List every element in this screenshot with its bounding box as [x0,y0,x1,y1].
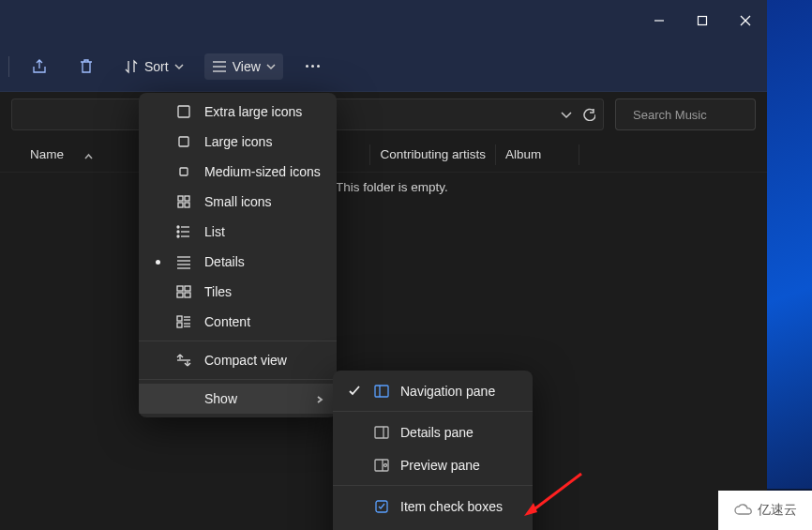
sort-caret-up-icon [84,150,93,159]
menu-item-tiles[interactable]: Tiles [139,277,337,307]
column-name-label: Name [30,147,64,161]
menu-divider [333,411,533,412]
share-icon [31,58,48,75]
svg-rect-29 [185,293,190,297]
share-button[interactable] [23,50,56,83]
svg-rect-27 [185,286,190,291]
large-icons-icon [176,134,191,149]
cloud-icon [733,503,754,518]
view-icon [212,59,227,74]
menu-item-extra-large-icons[interactable]: Extra large icons [139,97,337,127]
submenu-item-item-check-boxes[interactable]: Item check boxes [333,490,533,522]
minimize-button[interactable] [638,6,681,36]
svg-rect-30 [177,316,182,321]
sort-label: Sort [144,59,169,74]
tiles-icon [176,284,191,299]
svg-rect-9 [178,106,189,117]
empty-folder-message: This folder is empty. [336,180,448,194]
checkboxes-icon [374,499,389,514]
menu-item-list[interactable]: List [139,217,337,247]
sort-button[interactable]: Sort [116,53,191,80]
svg-rect-33 [177,323,182,327]
menu-item-large-icons[interactable]: Large icons [139,127,337,157]
column-album[interactable]: Album [495,144,579,165]
search-input[interactable] [633,108,790,122]
watermark: 亿速云 [718,491,812,530]
search-box[interactable] [615,98,756,130]
show-submenu: Navigation pane Details pane Preview pan… [333,371,533,530]
dot-icon [306,65,308,68]
medium-icons-icon [176,164,191,179]
maximize-button[interactable] [681,6,724,36]
svg-point-49 [384,463,387,466]
svg-rect-43 [375,386,388,397]
maximize-icon [697,15,708,26]
sort-icon [124,59,139,74]
compact-view-icon [176,353,191,368]
titlebar [0,0,767,41]
navigation-pane-icon [374,384,389,399]
column-contributing-artists[interactable]: Contributing artists [369,144,495,165]
submenu-item-file-name-extensions[interactable]: File name extensions [333,522,533,530]
chevron-down-icon [174,62,184,71]
selected-dot-icon [156,260,160,265]
desktop-background-sliver [767,0,812,489]
menu-divider [139,341,337,341]
view-label: View [233,59,261,74]
svg-rect-11 [180,168,188,175]
chevron-down-icon[interactable] [560,108,573,121]
chevron-right-icon [316,391,323,406]
menu-item-small-icons[interactable]: Small icons [139,187,337,217]
menu-item-compact-view[interactable]: Compact view [139,345,337,375]
details-pane-icon [374,425,389,440]
menu-divider [139,379,337,380]
check-icon [348,385,361,398]
svg-rect-26 [177,286,183,291]
svg-rect-13 [185,196,189,201]
svg-rect-15 [185,203,189,207]
menu-item-show[interactable]: Show [139,384,337,414]
delete-button[interactable] [69,50,103,83]
close-button[interactable] [724,6,767,36]
preview-pane-icon [374,458,389,473]
extra-large-icons-icon [176,104,191,119]
more-options-button[interactable] [296,57,329,75]
view-menu: Extra large icons Large icons Medium-siz… [139,93,337,417]
content-icon [176,314,191,329]
submenu-item-preview-pane[interactable]: Preview pane [333,448,533,481]
list-icon [176,224,191,239]
view-button[interactable]: View [204,53,283,80]
toolbar-separator [6,56,9,77]
address-row [0,92,767,137]
watermark-text: 亿速云 [758,502,797,519]
svg-rect-12 [178,196,183,201]
details-icon [176,254,191,269]
submenu-item-details-pane[interactable]: Details pane [333,416,533,448]
small-icons-icon [176,194,191,209]
svg-point-20 [177,231,179,233]
chevron-down-icon [266,62,276,71]
submenu-item-navigation-pane[interactable]: Navigation pane [333,374,533,407]
svg-rect-28 [177,293,183,297]
menu-divider [333,485,533,486]
svg-point-19 [177,226,179,228]
minimize-icon [654,15,665,26]
menu-item-content[interactable]: Content [139,307,337,337]
svg-rect-1 [699,17,707,25]
column-headers: Name Contributing artists Album [0,137,767,173]
menu-item-medium-icons[interactable]: Medium-sized icons [139,157,337,187]
menu-item-details[interactable]: Details [139,247,337,277]
svg-rect-14 [178,203,183,207]
svg-point-21 [177,235,179,237]
svg-rect-45 [375,427,388,438]
toolbar: Sort View [0,41,767,92]
close-icon [740,15,751,26]
refresh-icon[interactable] [582,108,595,121]
svg-rect-10 [179,137,188,146]
trash-icon [78,58,95,75]
